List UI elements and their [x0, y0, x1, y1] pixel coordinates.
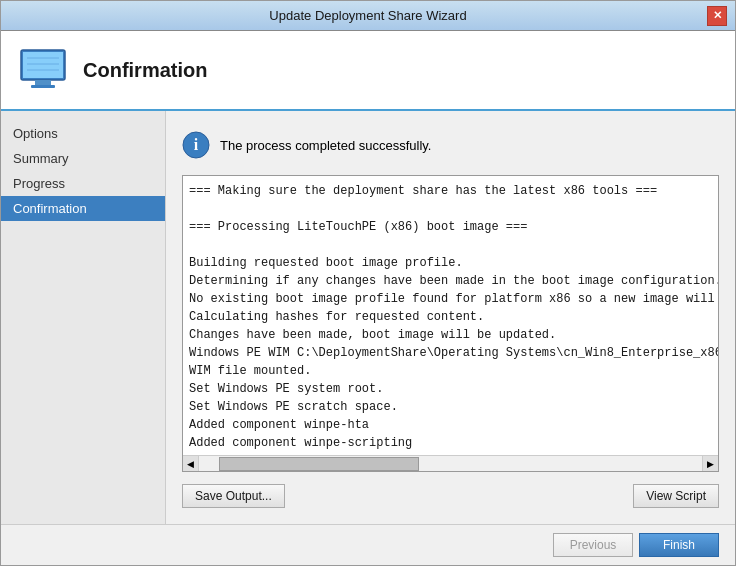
- svg-rect-2: [35, 80, 51, 85]
- svg-rect-1: [23, 52, 63, 78]
- log-output[interactable]: === Making sure the deployment share has…: [183, 176, 718, 455]
- success-text: The process completed successfully.: [220, 138, 431, 153]
- log-output-container: === Making sure the deployment share has…: [182, 175, 719, 472]
- close-button[interactable]: ✕: [707, 6, 727, 26]
- content-area: i The process completed successfully. ==…: [166, 111, 735, 524]
- sidebar-item-options[interactable]: Options: [1, 121, 165, 146]
- svg-text:i: i: [194, 136, 199, 153]
- footer: Previous Finish: [1, 524, 735, 565]
- sidebar-item-progress[interactable]: Progress: [1, 171, 165, 196]
- sidebar-item-summary[interactable]: Summary: [1, 146, 165, 171]
- page-title: Confirmation: [83, 59, 207, 82]
- info-icon: i: [182, 131, 210, 159]
- header-section: Confirmation: [1, 31, 735, 111]
- computer-icon: [17, 44, 69, 96]
- title-bar: Update Deployment Share Wizard ✕: [1, 1, 735, 31]
- action-buttons-row: Save Output... View Script: [182, 484, 719, 508]
- svg-rect-3: [31, 85, 55, 88]
- view-script-button[interactable]: View Script: [633, 484, 719, 508]
- scroll-left-button[interactable]: ◀: [183, 456, 199, 472]
- scroll-track[interactable]: [199, 456, 702, 471]
- window-title: Update Deployment Share Wizard: [29, 8, 707, 23]
- horizontal-scrollbar[interactable]: ◀ ▶: [183, 455, 718, 471]
- main-content: Options Summary Progress Confirmation i …: [1, 111, 735, 524]
- success-message-row: i The process completed successfully.: [182, 127, 719, 163]
- sidebar-item-confirmation[interactable]: Confirmation: [1, 196, 165, 221]
- scroll-thumb[interactable]: [219, 457, 419, 471]
- save-output-button[interactable]: Save Output...: [182, 484, 285, 508]
- previous-button[interactable]: Previous: [553, 533, 633, 557]
- finish-button[interactable]: Finish: [639, 533, 719, 557]
- wizard-window: Update Deployment Share Wizard ✕ Confirm…: [0, 0, 736, 566]
- scroll-right-button[interactable]: ▶: [702, 456, 718, 472]
- sidebar: Options Summary Progress Confirmation: [1, 111, 166, 524]
